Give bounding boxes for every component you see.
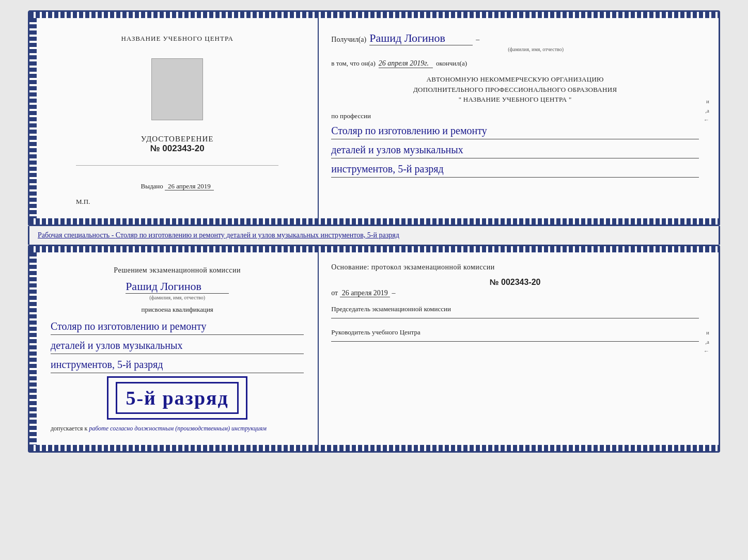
ot-date: 26 апреля 2019 xyxy=(340,289,390,297)
rukovoditel-sig-line xyxy=(331,341,699,342)
avtonom-line1: АВТОНОМНУЮ НЕКОММЕРЧЕСКУЮ ОРГАНИЗАЦИЮ xyxy=(331,74,699,85)
specialty-text: Столяр по изготовлению и ремонту деталей… xyxy=(116,231,399,239)
fio-label-bottom: (фамилия, имя, отчество) xyxy=(149,295,205,300)
left-panel-top: НАЗВАНИЕ УЧЕБНОГО ЦЕНТРА УДОСТОВЕРЕНИЕ №… xyxy=(29,18,319,218)
bottom-decoration xyxy=(29,218,719,225)
document-bottom: Решением экзаменационной комиссии Рашид … xyxy=(28,245,720,453)
vydano-date: 26 апреля 2019 xyxy=(165,182,214,190)
avtonom-block: АВТОНОМНУЮ НЕКОММЕРЧЕСКУЮ ОРГАНИЗАЦИЮ ДО… xyxy=(331,74,699,105)
resheniem-label: Решением экзаменационной комиссии xyxy=(114,265,241,276)
protocol-number: № 002343-20 xyxy=(331,278,699,287)
side-label-a2: ,а xyxy=(705,339,709,345)
ot-dash: – xyxy=(392,289,395,297)
profession-line2-bottom: деталей и узлов музыкальных xyxy=(51,337,304,354)
right-panel-bottom: Основание: протокол экзаменационной коми… xyxy=(319,252,719,445)
udostoverenie-number: № 002343-20 xyxy=(150,143,205,154)
ot-date-line: от 26 апреля 2019 – xyxy=(331,289,699,297)
poluchil-prefix: Получил(а) xyxy=(331,36,366,44)
profession-line2-top: деталей и узлов музыкальных xyxy=(331,141,699,158)
okonchil-label: окончил(а) xyxy=(436,59,467,68)
specialty-prefix: Рабочая специальность - xyxy=(38,231,116,239)
profession-line1-top: Столяр по изготовлению и ремонту xyxy=(331,122,699,139)
bottom-decoration-bottom xyxy=(29,445,719,451)
vtom-line: в том, что он(а) 26 апреля 2019г. окончи… xyxy=(331,59,699,68)
poluchil-line: Получил(а) Рашид Логинов – xyxy=(331,31,699,45)
chairman-block: Председатель экзаменационной комиссии xyxy=(331,305,699,318)
side-label-i: и xyxy=(706,98,709,104)
left-panel-bottom: Решением экзаменационной комиссии Рашид … xyxy=(29,252,319,445)
osnovanie-label: Основание: протокол экзаменационной коми… xyxy=(331,262,699,273)
fio-label-top: (фамилия, имя, отчество) xyxy=(372,46,699,52)
profession-line3-bottom: инструментов, 5-й разряд xyxy=(51,356,304,373)
chairman-label: Председатель экзаменационной комиссии xyxy=(331,305,699,314)
profession-line1-bottom: Столяр по изготовлению и ремонту xyxy=(51,318,304,335)
side-label-arrow2: ← xyxy=(704,348,709,354)
dopuskaetsya-line: допускается к работе согласно должностны… xyxy=(51,425,304,433)
avtonom-line3: " НАЗВАНИЕ УЧЕБНОГО ЦЕНТРА " xyxy=(331,94,699,105)
rukovoditel-label: Руководитель учебного Центра xyxy=(331,328,699,337)
recipient-name-bottom: Рашид Логинов xyxy=(126,280,229,294)
dopuskaetsya-text: работе согласно должностным (производств… xyxy=(89,425,267,432)
side-label-i2: и xyxy=(706,329,709,335)
dopuskaetsya-prefix: допускается к xyxy=(51,425,87,432)
vtom-date: 26 апреля 2019г. xyxy=(379,59,433,68)
photo-placeholder xyxy=(151,58,203,120)
chairman-sig-line xyxy=(331,318,699,318)
side-label-arrow: ← xyxy=(704,117,709,123)
dash-top: – xyxy=(476,36,479,44)
mp-label: М.П. xyxy=(76,198,278,206)
left-decoration-bottom xyxy=(29,252,37,445)
rank-badge: 5-й разряд xyxy=(116,382,238,414)
right-panel-top: Получил(а) Рашид Логинов – (фамилия, имя… xyxy=(319,18,719,218)
vydano-line: Выдано 26 апреля 2019 xyxy=(141,182,213,190)
po-professii-label: по профессии xyxy=(331,112,699,120)
prisvoena-label: присвоена квалификация xyxy=(141,306,213,314)
document-top: НАЗВАНИЕ УЧЕБНОГО ЦЕНТРА УДОСТОВЕРЕНИЕ №… xyxy=(28,10,720,226)
specialty-bar: Рабочая специальность - Столяр по изгото… xyxy=(28,226,720,245)
udostoverenie-title: УДОСТОВЕРЕНИЕ xyxy=(141,135,214,143)
avtonom-line2: ДОПОЛНИТЕЛЬНОГО ПРОФЕССИОНАЛЬНОГО ОБРАЗО… xyxy=(331,85,699,95)
school-name-left: НАЗВАНИЕ УЧЕБНОГО ЦЕНТРА xyxy=(121,35,233,43)
rukovoditel-block: Руководитель учебного Центра xyxy=(331,328,699,342)
vtom-prefix: в том, что он(а) xyxy=(331,59,376,68)
top-decoration xyxy=(29,12,719,18)
vydano-label: Выдано xyxy=(141,182,163,190)
recipient-name-top: Рашид Логинов xyxy=(369,31,473,45)
profession-line3-top: инструментов, 5-й разряд xyxy=(331,161,699,178)
side-label-a: ,а xyxy=(705,107,709,114)
top-decoration-bottom xyxy=(29,246,719,252)
ot-prefix: от xyxy=(331,289,338,297)
left-decoration xyxy=(29,18,37,218)
